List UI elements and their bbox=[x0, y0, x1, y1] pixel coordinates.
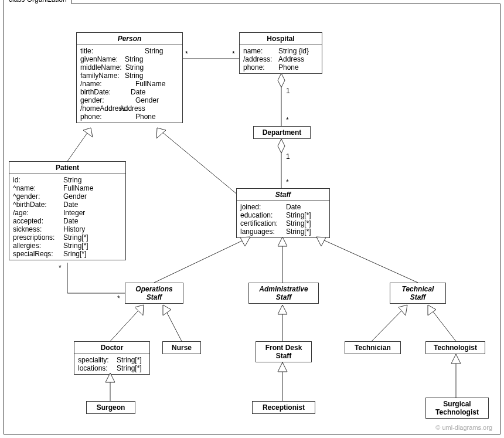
class-title-surgtech: Surgical Technologist bbox=[426, 398, 488, 418]
mult-dept-staff-top: 1 bbox=[286, 152, 290, 161]
mult-hosp-dept-bot: * bbox=[286, 116, 289, 124]
class-surgeon: Surgeon bbox=[86, 401, 135, 414]
class-patient: Patient id:String ^name:FullName ^gender… bbox=[9, 161, 126, 260]
class-title-technologist: Technologist bbox=[426, 342, 485, 354]
class-attrs-staff: joined:Date education:String[*] certific… bbox=[237, 201, 329, 237]
class-frontdesk: Front Desk Staff bbox=[256, 341, 312, 362]
class-hospital: Hospital name:String {id} /address:Addre… bbox=[239, 32, 322, 74]
class-tech-staff: Technical Staff bbox=[390, 283, 446, 304]
class-title-patient: Patient bbox=[9, 162, 125, 174]
mult-hosp-dept-top: 1 bbox=[286, 87, 290, 95]
class-title-hospital: Hospital bbox=[240, 33, 322, 45]
mult-patient-ops-l: * bbox=[59, 264, 62, 272]
class-title-staff: Staff bbox=[237, 189, 329, 201]
class-title-technician: Technician bbox=[345, 342, 400, 354]
mult-person-hospital-r: * bbox=[232, 50, 235, 58]
mult-person-hospital-l: * bbox=[185, 50, 188, 58]
class-title-tech-staff: Technical Staff bbox=[390, 283, 445, 303]
class-admin-staff: Administrative Staff bbox=[248, 283, 319, 304]
class-title-frontdesk: Front Desk Staff bbox=[256, 342, 311, 362]
uml-diagram-canvas: class Organization Person title:String g… bbox=[0, 0, 504, 438]
class-title-person: Person bbox=[77, 33, 182, 45]
class-department: Department bbox=[253, 126, 311, 139]
class-title-department: Department bbox=[254, 127, 310, 138]
class-doctor: Doctor speciality:String[*] locations:St… bbox=[74, 341, 150, 375]
mult-dept-staff-bot: * bbox=[286, 178, 289, 186]
class-title-ops-staff: Operations Staff bbox=[125, 283, 183, 303]
class-title-doctor: Doctor bbox=[74, 342, 149, 354]
class-technician: Technician bbox=[345, 341, 401, 354]
class-attrs-doctor: speciality:String[*] locations:String[*] bbox=[74, 354, 149, 374]
class-person: Person title:String givenName:String mid… bbox=[76, 32, 183, 123]
class-title-receptionist: Receptionist bbox=[253, 402, 315, 413]
class-surgtech: Surgical Technologist bbox=[425, 398, 489, 419]
class-receptionist: Receptionist bbox=[252, 401, 315, 414]
class-attrs-patient: id:String ^name:FullName ^gender:Gender … bbox=[9, 174, 125, 260]
class-title-nurse: Nurse bbox=[163, 342, 200, 354]
class-technologist: Technologist bbox=[425, 341, 485, 354]
package-tab: class Organization bbox=[4, 0, 72, 4]
class-title-admin-staff: Administrative Staff bbox=[249, 283, 318, 303]
class-ops-staff: Operations Staff bbox=[125, 283, 183, 304]
class-staff: Staff joined:Date education:String[*] ce… bbox=[236, 188, 330, 238]
class-attrs-hospital: name:String {id} /address:Address phone:… bbox=[240, 45, 322, 73]
class-title-surgeon: Surgeon bbox=[87, 402, 135, 413]
class-nurse: Nurse bbox=[162, 341, 201, 354]
class-attrs-person: title:String givenName:String middleName… bbox=[77, 45, 182, 123]
mult-patient-ops-r: * bbox=[117, 294, 120, 303]
watermark: © uml-diagrams.org bbox=[435, 424, 492, 431]
